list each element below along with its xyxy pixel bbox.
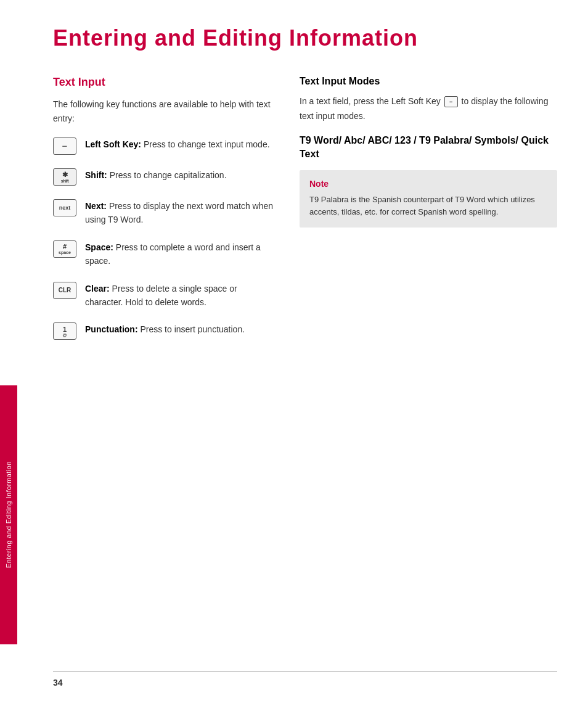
next-key-term: Next: xyxy=(85,201,107,211)
space-key-term: Space: xyxy=(85,242,113,252)
list-item: 1 @ Punctuation: Press to insert punctua… xyxy=(53,322,275,340)
side-tab: Entering and Editing Information xyxy=(0,0,22,706)
clr-inner: CLR xyxy=(59,287,71,293)
next-inner: next xyxy=(59,205,71,211)
list-item: − Left Soft Key: Press to change text in… xyxy=(53,138,275,155)
clr-key-icon: CLR xyxy=(53,282,76,299)
inline-soft-key-icon: − xyxy=(444,96,458,107)
list-item: ✱ shift Shift: Press to change capitaliz… xyxy=(53,168,275,186)
shift-key-desc: Shift: Press to change capitalization. xyxy=(85,168,227,182)
left-soft-key-icon: − xyxy=(53,138,76,155)
left-column: Text Input The following key functions a… xyxy=(53,76,275,340)
punct-inner: 1 @ xyxy=(63,326,67,337)
main-content: Entering and Editing Information Text In… xyxy=(22,0,588,706)
key-items-list: − Left Soft Key: Press to change text in… xyxy=(53,138,275,340)
side-tab-bar: Entering and Editing Information xyxy=(0,385,17,644)
shift-key-term: Shift: xyxy=(85,170,107,180)
next-key-desc: Next: Press to display the next word mat… xyxy=(85,199,275,227)
shift-inner: ✱ shift xyxy=(61,171,68,183)
two-col-layout: Text Input The following key functions a… xyxy=(53,76,557,340)
punct-key-desc: Punctuation: Press to insert punctuation… xyxy=(85,322,245,336)
punct-key-term: Punctuation: xyxy=(85,324,138,334)
modes-heading: T9 Word/ Abc/ ABC/ 123 / T9 Palabra/ Sym… xyxy=(300,134,557,162)
shift-key-icon: ✱ shift xyxy=(53,168,76,186)
right-col-intro: In a text field, press the Left Soft Key… xyxy=(300,94,557,124)
note-title: Note xyxy=(309,179,547,189)
page-container: Entering and Editing Information Enterin… xyxy=(0,0,588,706)
note-box: Note T9 Palabra is the Spanish counterpa… xyxy=(300,170,557,228)
right-column: Text Input Modes In a text field, press … xyxy=(300,76,557,340)
left-soft-key-desc: Left Soft Key: Press to change text inpu… xyxy=(85,138,270,151)
space-key-icon: # space xyxy=(53,240,76,258)
space-key-desc: Space: Press to complete a word and inse… xyxy=(85,240,275,268)
list-item: # space Space: Press to complete a word … xyxy=(53,240,275,268)
bottom-line xyxy=(53,671,557,672)
list-item: CLR Clear: Press to delete a single spac… xyxy=(53,282,275,310)
page-title: Entering and Editing Information xyxy=(53,25,557,51)
punct-key-icon: 1 @ xyxy=(53,322,76,340)
left-soft-key-term: Left Soft Key: xyxy=(85,139,141,149)
side-tab-label: Entering and Editing Information xyxy=(5,461,12,568)
space-inner: # space xyxy=(59,243,71,255)
clr-key-desc: Clear: Press to delete a single space or… xyxy=(85,282,275,310)
right-col-heading: Text Input Modes xyxy=(300,76,557,87)
clr-key-term: Clear: xyxy=(85,284,110,293)
next-key-icon: next xyxy=(53,199,76,216)
page-number: 34 xyxy=(53,678,63,688)
intro-text: The following key functions are availabl… xyxy=(53,97,275,125)
left-col-heading: Text Input xyxy=(53,76,275,89)
note-text: T9 Palabra is the Spanish counterpart of… xyxy=(309,194,547,220)
list-item: next Next: Press to display the next wor… xyxy=(53,199,275,227)
